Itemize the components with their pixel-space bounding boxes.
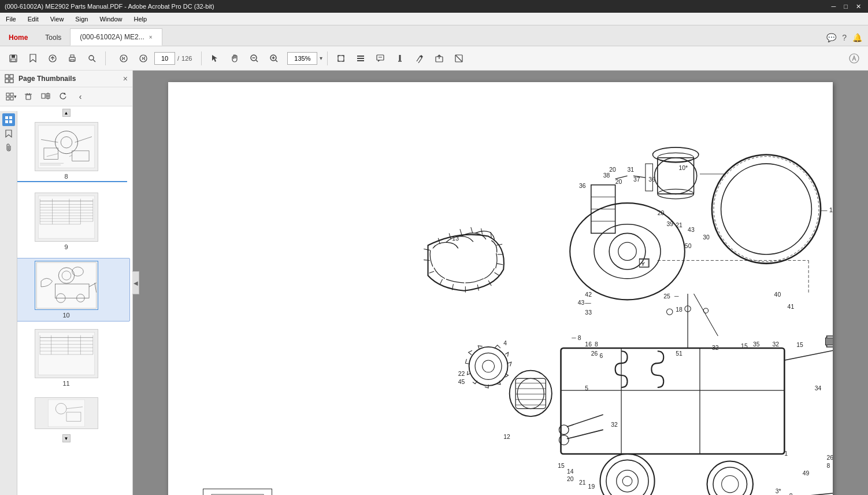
svg-line-22 <box>276 60 277 62</box>
tab-tools[interactable]: Tools <box>36 28 70 46</box>
menu-edit[interactable]: Edit <box>25 14 41 24</box>
highlight-button[interactable] <box>391 50 409 67</box>
sidebar-collapse-handle[interactable]: ◀ <box>132 271 139 294</box>
minimize-button[interactable]: ─ <box>829 3 839 10</box>
menu-window[interactable]: Window <box>97 14 124 24</box>
maximize-button[interactable]: □ <box>841 3 850 10</box>
sidebar: Page Thumbnails × ▾ <box>0 71 133 495</box>
prev-page-button[interactable] <box>115 50 132 67</box>
comment-button[interactable] <box>372 50 389 67</box>
next-page-button[interactable] <box>135 50 152 67</box>
hand-tool-button[interactable] <box>226 50 243 67</box>
svg-text:25: 25 <box>663 293 670 300</box>
svg-text:32: 32 <box>712 345 719 351</box>
svg-text:─: ─ <box>674 293 679 300</box>
bookmark-button[interactable] <box>24 50 42 67</box>
title-bar: (000-61002A) ME2902 Parts Manual.PDF - A… <box>0 0 868 13</box>
page-thumbs-panel-icon[interactable] <box>2 113 15 126</box>
sidebar-header: Page Thumbnails × <box>0 71 132 87</box>
toolbar-separator-3 <box>327 51 328 65</box>
redact-button[interactable] <box>450 50 468 67</box>
menu-view[interactable]: View <box>48 14 66 24</box>
svg-text:—: — <box>585 300 591 306</box>
scroll-mode-button[interactable] <box>352 50 369 67</box>
tab-document[interactable]: (000-61002A) ME2... × <box>70 28 162 46</box>
main-content: Page Thumbnails × ▾ <box>0 71 868 495</box>
page-thumbnail-12[interactable] <box>2 394 130 432</box>
menu-file[interactable]: File <box>3 14 18 24</box>
tab-right-area: 💬 ? 🔔 <box>826 33 868 46</box>
rotate-icon <box>59 93 67 101</box>
print-button[interactable] <box>64 50 81 67</box>
thumbnail-drawing-9 <box>35 193 98 241</box>
svg-marker-52 <box>64 93 66 95</box>
svg-text:14: 14 <box>567 468 574 475</box>
menu-help[interactable]: Help <box>132 14 150 24</box>
notification-icon[interactable]: 🔔 <box>852 33 862 42</box>
sidebar-tool-more[interactable]: ‹ <box>73 90 88 104</box>
zoom-value-input[interactable]: 135% <box>287 52 317 65</box>
upload-button[interactable] <box>44 50 61 67</box>
pdf-content-area: — 11 10* Y <box>133 71 868 495</box>
page-total: 126 <box>181 55 192 62</box>
sidebar-scroll-up[interactable]: ▲ <box>62 109 71 117</box>
bookmarks-panel-icon[interactable] <box>2 127 15 140</box>
page-thumbnail-8[interactable]: 8 <box>2 119 130 185</box>
svg-text:51: 51 <box>676 350 682 357</box>
save-button[interactable] <box>5 50 22 67</box>
sidebar-tool-delete[interactable] <box>21 90 36 104</box>
svg-text:8: 8 <box>595 341 598 348</box>
svg-marker-108 <box>6 130 12 137</box>
toolbar-separator-1 <box>105 51 106 65</box>
tab-bar: Home Tools (000-61002A) ME2... × 💬 ? 🔔 <box>0 25 868 46</box>
svg-text:36: 36 <box>648 176 655 183</box>
sidebar-toolbar: ▾ <box>0 87 132 106</box>
menu-bar: File Edit View Sign Window Help <box>0 13 868 25</box>
page-thumbnail-10[interactable]: 10 <box>2 258 130 322</box>
draw-button[interactable] <box>411 50 428 67</box>
active-indicator-8 <box>5 181 127 182</box>
cursor-tool-button[interactable] <box>206 50 224 67</box>
close-button[interactable]: ✕ <box>854 3 863 10</box>
page-thumbnail-9[interactable]: 9 <box>2 190 130 253</box>
zoom-out-button[interactable] <box>246 50 263 67</box>
pdf-page: — 11 10* Y <box>168 82 833 495</box>
menu-sign[interactable]: Sign <box>73 14 90 24</box>
chat-icon[interactable]: 💬 <box>826 33 836 42</box>
zoom-in-button[interactable] <box>265 50 283 67</box>
svg-rect-2 <box>11 59 16 61</box>
tab-close-button[interactable]: × <box>149 34 153 40</box>
page-navigation: 10 / 126 <box>115 50 192 67</box>
sidebar-scroll-down[interactable]: ▼ <box>62 434 71 442</box>
sidebar-tool-insert[interactable] <box>38 90 53 104</box>
title-bar-text: (000-61002A) ME2902 Parts Manual.PDF - A… <box>5 3 214 10</box>
zoom-dropdown-arrow[interactable]: ▾ <box>320 55 322 61</box>
page-number-input[interactable]: 10 <box>154 52 175 65</box>
svg-rect-107 <box>9 120 12 123</box>
bookmark-icon <box>29 54 37 63</box>
svg-text:32: 32 <box>611 422 618 428</box>
svg-text:12: 12 <box>503 434 510 440</box>
svg-rect-8 <box>71 60 74 61</box>
sidebar-tool-grid[interactable]: ▾ <box>3 90 18 104</box>
fit-page-button[interactable] <box>332 50 350 67</box>
svg-text:26: 26 <box>591 350 598 357</box>
svg-text:41: 41 <box>788 304 795 310</box>
svg-text:6: 6 <box>599 353 603 359</box>
delete-icon <box>24 93 32 101</box>
attachments-panel-icon[interactable] <box>2 141 15 154</box>
sidebar-tool-rotate[interactable] <box>55 90 71 104</box>
find-button[interactable] <box>83 50 101 67</box>
page-thumbnail-11[interactable]: 11 <box>2 326 130 390</box>
svg-rect-41 <box>10 93 13 96</box>
svg-text:32: 32 <box>772 341 779 348</box>
tab-home[interactable]: Home <box>0 28 36 46</box>
svg-text:15: 15 <box>796 342 803 348</box>
svg-rect-48 <box>42 94 45 98</box>
svg-rect-104 <box>5 116 8 119</box>
help-icon[interactable]: ? <box>842 33 847 42</box>
svg-rect-24 <box>357 56 364 57</box>
svg-text:8: 8 <box>789 493 793 495</box>
share-button[interactable] <box>431 50 448 67</box>
sidebar-close-button[interactable]: × <box>123 74 128 83</box>
